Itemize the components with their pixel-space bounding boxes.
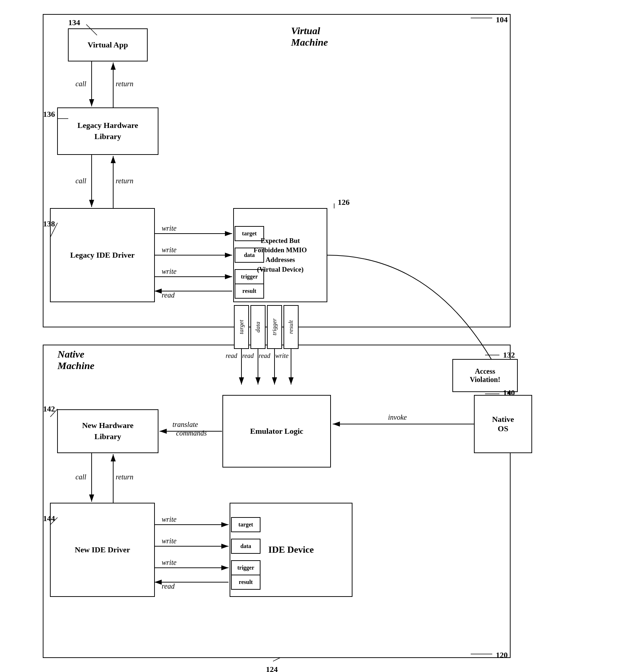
mmio-target-label: target bbox=[235, 226, 264, 241]
ref-132: 132 bbox=[503, 350, 515, 360]
svg-text:translate: translate bbox=[172, 420, 198, 428]
read-arrow-3: read bbox=[259, 352, 270, 360]
svg-text:write: write bbox=[162, 246, 176, 254]
svg-text:write: write bbox=[162, 537, 176, 545]
read-arrow-2: read bbox=[242, 352, 254, 360]
legacy-ide-driver-label: Legacy IDE Driver bbox=[50, 208, 155, 302]
mmio-trigger-label: trigger bbox=[235, 270, 264, 284]
svg-text:read: read bbox=[162, 291, 175, 299]
svg-text:call: call bbox=[75, 80, 86, 88]
write-arrow-vert: write bbox=[275, 352, 289, 360]
mmio-data-vert: data bbox=[251, 305, 265, 349]
svg-text:write: write bbox=[162, 515, 176, 523]
mmio-result-vert: result bbox=[284, 305, 298, 349]
svg-text:call: call bbox=[75, 177, 86, 185]
ide-trigger-label: trigger bbox=[231, 561, 260, 575]
ref-142: 142 bbox=[43, 404, 55, 414]
ref-136: 136 bbox=[43, 110, 55, 119]
native-machine-title: NativeMachine bbox=[57, 349, 94, 372]
svg-line-73 bbox=[273, 658, 280, 661]
mmio-target-vert: target bbox=[234, 305, 249, 349]
native-os-label: NativeOS bbox=[474, 395, 532, 453]
ref-104: 104 bbox=[496, 15, 508, 24]
emulator-logic-label: Emulator Logic bbox=[223, 395, 331, 467]
access-violation-label: AccessViolation! bbox=[453, 359, 517, 392]
virtual-app-label: Virtual App bbox=[68, 29, 147, 61]
ref-126: 126 bbox=[338, 198, 350, 207]
ref-134: 134 bbox=[68, 18, 80, 27]
svg-text:return: return bbox=[116, 177, 133, 185]
svg-text:return: return bbox=[116, 473, 133, 481]
svg-text:commands: commands bbox=[176, 429, 207, 437]
new-hw-library-label: New HardwareLibrary bbox=[57, 410, 158, 453]
mmio-result-label: result bbox=[235, 284, 264, 298]
ref-120: 120 bbox=[496, 650, 508, 660]
mmio-trigger-vert: trigger bbox=[267, 305, 282, 349]
svg-text:write: write bbox=[162, 558, 176, 566]
legacy-hw-library-label: Legacy HardwareLibrary bbox=[57, 108, 158, 155]
ide-target-label: target bbox=[231, 517, 260, 532]
svg-text:invoke: invoke bbox=[388, 413, 407, 421]
svg-text:return: return bbox=[116, 80, 133, 88]
svg-text:read: read bbox=[162, 582, 175, 590]
svg-rect-3 bbox=[43, 345, 510, 658]
svg-text:write: write bbox=[162, 224, 176, 232]
mmio-data-label: data bbox=[235, 248, 264, 262]
ref-124: 124 bbox=[266, 665, 278, 672]
read-arrow-1: read bbox=[226, 352, 237, 360]
virtual-machine-title: VirtualMachine bbox=[291, 25, 328, 48]
svg-text:call: call bbox=[75, 473, 86, 481]
ide-result-label: result bbox=[231, 575, 260, 589]
new-ide-driver-label: New IDE Driver bbox=[50, 503, 155, 597]
svg-text:write: write bbox=[162, 267, 176, 275]
ide-data-label: data bbox=[231, 539, 260, 553]
